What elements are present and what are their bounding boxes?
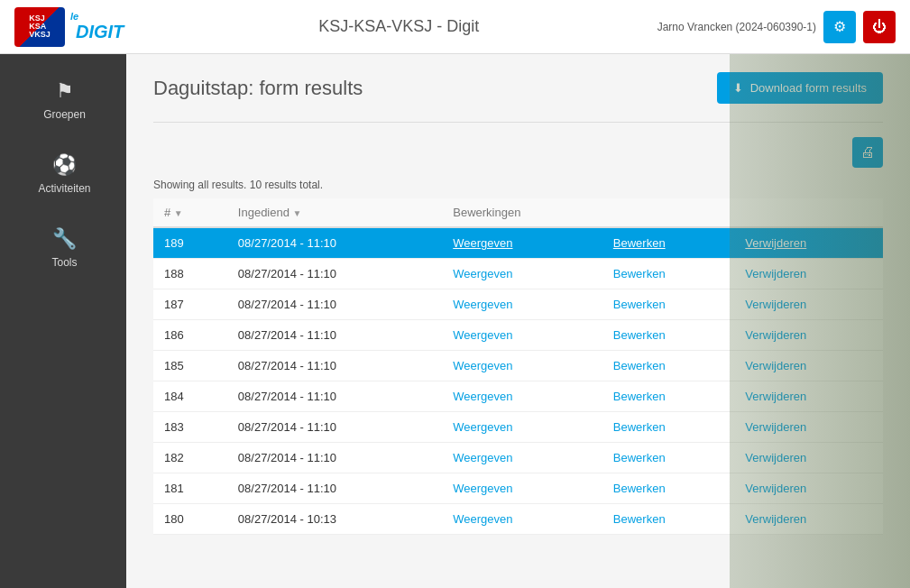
sort-icon-num[interactable]: ▼: [174, 208, 183, 218]
logo-box: KSJKSAVKSJ: [14, 7, 65, 47]
cell-date: 08/27/2014 - 10:13: [227, 504, 442, 535]
view-link[interactable]: Weergeven: [453, 236, 512, 250]
table-row: 185 08/27/2014 - 11:10 Weergeven Bewerke…: [153, 351, 883, 381]
results-table: # ▼ Ingediend ▼ Bewerkingen 189: [153, 198, 883, 535]
col-ingediend: Ingediend ▼: [227, 198, 442, 227]
logout-button[interactable]: ⏻: [863, 11, 896, 43]
cell-view[interactable]: Weergeven: [442, 381, 602, 412]
cell-delete[interactable]: Verwijderen: [734, 412, 883, 443]
view-link[interactable]: Weergeven: [453, 328, 512, 342]
edit-link[interactable]: Bewerken: [613, 328, 666, 342]
table-body: 189 08/27/2014 - 11:10 Weergeven Bewerke…: [153, 227, 883, 535]
cell-view[interactable]: Weergeven: [442, 412, 602, 443]
cell-delete[interactable]: Verwijderen: [734, 473, 883, 504]
view-link[interactable]: Weergeven: [453, 359, 512, 372]
delete-link[interactable]: Verwijderen: [745, 451, 806, 464]
edit-link[interactable]: Bewerken: [613, 482, 666, 495]
cell-edit[interactable]: Bewerken: [602, 259, 735, 289]
delete-link[interactable]: Verwijderen: [745, 298, 806, 311]
col-num: # ▼: [153, 198, 227, 227]
cell-edit[interactable]: Bewerken: [602, 227, 735, 259]
view-link[interactable]: Weergeven: [453, 390, 512, 403]
view-link[interactable]: Weergeven: [453, 267, 512, 280]
table-row: 180 08/27/2014 - 10:13 Weergeven Bewerke…: [153, 504, 883, 535]
cell-num: 183: [153, 412, 227, 443]
edit-link[interactable]: Bewerken: [613, 420, 666, 434]
sort-icon-ingediend[interactable]: ▼: [293, 208, 302, 218]
cell-delete[interactable]: Verwijderen: [734, 289, 883, 320]
edit-link[interactable]: Bewerken: [613, 390, 666, 403]
cell-edit[interactable]: Bewerken: [602, 504, 735, 535]
delete-link[interactable]: Verwijderen: [745, 359, 806, 372]
cell-view[interactable]: Weergeven: [442, 289, 602, 320]
logo-digit: DIGIT: [76, 22, 124, 42]
divider: [153, 122, 883, 123]
cell-num: 187: [153, 289, 227, 320]
view-link[interactable]: Weergeven: [453, 420, 512, 434]
header: KSJKSAVKSJ le DIGIT KSJ-KSA-VKSJ - Digit…: [0, 0, 910, 54]
cell-view[interactable]: Weergeven: [442, 473, 602, 504]
cell-delete[interactable]: Verwijderen: [734, 443, 883, 473]
logo-area: KSJKSAVKSJ le DIGIT: [14, 7, 141, 47]
edit-link[interactable]: Bewerken: [613, 451, 666, 464]
col-num-label: #: [164, 206, 170, 219]
cell-delete[interactable]: Verwijderen: [734, 504, 883, 535]
sidebar-item-groepen[interactable]: ⚑ Groepen: [0, 63, 126, 137]
cell-num: 184: [153, 381, 227, 412]
cell-view[interactable]: Weergeven: [442, 227, 602, 259]
delete-link[interactable]: Verwijderen: [745, 328, 806, 342]
delete-link[interactable]: Verwijderen: [745, 267, 806, 280]
col-bewerkingen-label: Bewerkingen: [453, 206, 520, 219]
cell-view[interactable]: Weergeven: [442, 259, 602, 289]
table-row: 182 08/27/2014 - 11:10 Weergeven Bewerke…: [153, 443, 883, 473]
sidebar-item-activiteiten[interactable]: ⚽ Activiteiten: [0, 137, 126, 211]
cell-view[interactable]: Weergeven: [442, 351, 602, 381]
delete-link[interactable]: Verwijderen: [745, 512, 806, 526]
sidebar-item-tools[interactable]: 🔧 Tools: [0, 211, 126, 285]
sidebar-item-groepen-label: Groepen: [43, 108, 86, 121]
view-link[interactable]: Weergeven: [453, 482, 512, 495]
settings-button[interactable]: ⚙: [823, 11, 856, 43]
col-ingediend-label: Ingediend: [238, 206, 290, 219]
delete-link[interactable]: Verwijderen: [745, 236, 806, 250]
cell-edit[interactable]: Bewerken: [602, 320, 735, 351]
edit-link[interactable]: Bewerken: [613, 267, 666, 280]
cell-edit[interactable]: Bewerken: [602, 443, 735, 473]
logo-le: le: [70, 11, 78, 22]
cell-delete[interactable]: Verwijderen: [734, 259, 883, 289]
delete-link[interactable]: Verwijderen: [745, 482, 806, 495]
cell-delete[interactable]: Verwijderen: [734, 320, 883, 351]
cell-edit[interactable]: Bewerken: [602, 412, 735, 443]
download-label: Download form results: [750, 81, 867, 95]
table-row: 189 08/27/2014 - 11:10 Weergeven Bewerke…: [153, 227, 883, 259]
edit-link[interactable]: Bewerken: [613, 359, 666, 372]
cell-num: 185: [153, 351, 227, 381]
delete-link[interactable]: Verwijderen: [745, 420, 806, 434]
edit-link[interactable]: Bewerken: [613, 298, 666, 311]
cell-edit[interactable]: Bewerken: [602, 351, 735, 381]
table-row: 183 08/27/2014 - 11:10 Weergeven Bewerke…: [153, 412, 883, 443]
download-button[interactable]: ⬇ Download form results: [717, 72, 883, 104]
delete-link[interactable]: Verwijderen: [745, 390, 806, 403]
cell-delete[interactable]: Verwijderen: [734, 351, 883, 381]
view-link[interactable]: Weergeven: [453, 451, 512, 464]
view-link[interactable]: Weergeven: [453, 298, 512, 311]
view-link[interactable]: Weergeven: [453, 512, 512, 526]
cell-view[interactable]: Weergeven: [442, 504, 602, 535]
cell-view[interactable]: Weergeven: [442, 320, 602, 351]
cell-view[interactable]: Weergeven: [442, 443, 602, 473]
edit-link[interactable]: Bewerken: [613, 512, 666, 526]
cell-edit[interactable]: Bewerken: [602, 289, 735, 320]
cell-delete[interactable]: Verwijderen: [734, 381, 883, 412]
cell-delete[interactable]: Verwijderen: [734, 227, 883, 259]
sidebar: ⚑ Groepen ⚽ Activiteiten 🔧 Tools: [0, 54, 126, 588]
header-right: Jarno Vrancken (2024-060390-1) ⚙ ⏻: [657, 11, 896, 43]
table-row: 188 08/27/2014 - 11:10 Weergeven Bewerke…: [153, 259, 883, 289]
edit-link[interactable]: Bewerken: [613, 236, 666, 250]
cell-edit[interactable]: Bewerken: [602, 473, 735, 504]
cell-edit[interactable]: Bewerken: [602, 381, 735, 412]
print-button[interactable]: 🖨: [852, 137, 883, 168]
cell-date: 08/27/2014 - 11:10: [227, 320, 442, 351]
cell-date: 08/27/2014 - 11:10: [227, 381, 442, 412]
header-user: Jarno Vrancken (2024-060390-1): [657, 21, 816, 33]
